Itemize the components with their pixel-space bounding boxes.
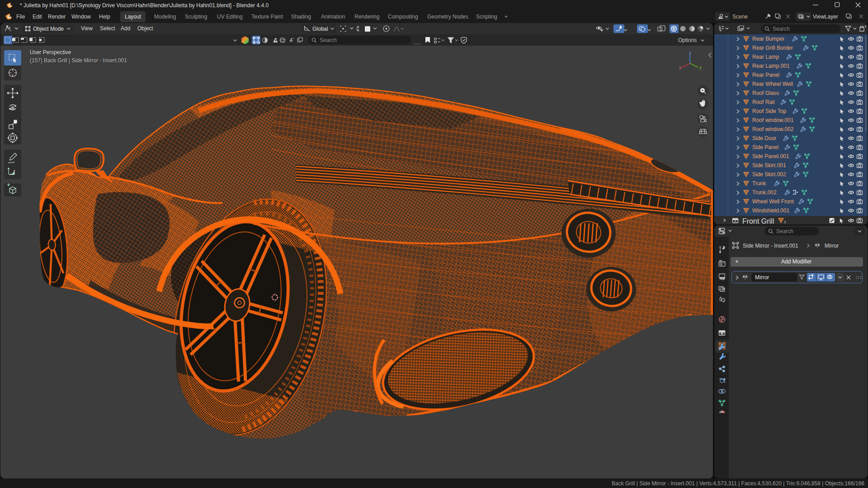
svg-text:3: 3 <box>784 220 786 224</box>
svg-text:z: z <box>689 51 691 56</box>
svg-text:y: y <box>699 65 702 70</box>
svg-text:x: x <box>679 65 681 70</box>
